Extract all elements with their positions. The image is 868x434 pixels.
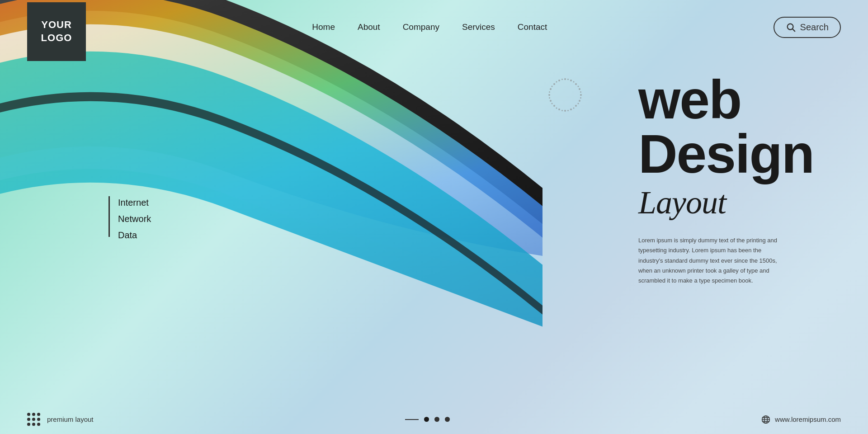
svg-point-31 [549, 91, 550, 93]
svg-point-22 [580, 91, 581, 93]
svg-point-17 [553, 83, 555, 85]
nav-line [405, 419, 419, 420]
svg-point-5 [575, 83, 577, 85]
svg-point-28 [556, 108, 557, 109]
left-content: Internet Network Data [108, 194, 151, 243]
svg-point-29 [552, 103, 553, 104]
logo-line2: LOGO [41, 32, 72, 45]
grid-dot [37, 413, 40, 416]
svg-point-8 [579, 100, 580, 102]
dotted-circle-decoration [547, 77, 583, 113]
svg-line-1 [793, 29, 795, 31]
svg-point-30 [549, 97, 550, 99]
svg-point-16 [550, 88, 552, 90]
svg-point-26 [567, 110, 569, 111]
nav-links: Home About Company Services Contact [312, 22, 547, 32]
nav-dot-1[interactable] [424, 417, 429, 422]
svg-point-20 [573, 81, 575, 83]
search-label: Search [800, 22, 829, 33]
hero-title-design: Design [638, 127, 814, 181]
svg-point-10 [570, 108, 572, 110]
logo-line1: YOUR [41, 19, 72, 32]
svg-point-15 [548, 94, 550, 96]
nav-about[interactable]: About [358, 22, 380, 32]
svg-point-18 [558, 80, 560, 81]
hero-title-web: web [638, 72, 814, 127]
hero-content: web Design Layout Lorem ipsum is simply … [638, 72, 814, 286]
grid-dot [32, 418, 35, 421]
grid-dot [32, 413, 35, 416]
premium-layout: premium layout [27, 413, 94, 426]
grid-dot [27, 418, 30, 421]
svg-point-24 [578, 103, 579, 104]
search-icon [786, 22, 796, 32]
grid-icon [27, 413, 40, 426]
svg-point-19 [567, 79, 569, 80]
svg-point-12 [558, 108, 560, 110]
dots-nav[interactable] [405, 417, 450, 422]
navbar: YOUR LOGO Home About Company Services Co… [0, 0, 868, 54]
svg-point-27 [561, 110, 563, 111]
nav-contact[interactable]: Contact [518, 22, 547, 32]
premium-label: premium layout [47, 415, 94, 423]
left-text-line2: Network [118, 211, 151, 227]
left-text: Internet Network Data [118, 194, 151, 243]
left-divider [108, 196, 110, 237]
left-text-line1: Internet [118, 194, 151, 211]
wave-svg [0, 0, 542, 434]
svg-point-6 [579, 88, 580, 90]
grid-dot [37, 423, 40, 426]
website-url: www.loremipsum.com [775, 415, 841, 423]
svg-point-23 [580, 97, 581, 99]
website-link[interactable]: www.loremipsum.com [761, 415, 841, 424]
svg-point-3 [564, 78, 566, 80]
svg-point-13 [553, 105, 555, 107]
nav-dot-2[interactable] [434, 417, 439, 422]
svg-point-32 [552, 86, 553, 87]
hero-body-text: Lorem ipsum is simply dummy text of the … [638, 236, 788, 285]
grid-dot [27, 423, 30, 426]
logo[interactable]: YOUR LOGO [27, 2, 86, 61]
svg-point-21 [578, 86, 579, 87]
svg-point-9 [575, 105, 577, 107]
grid-dot [32, 423, 35, 426]
grid-dot [37, 418, 40, 421]
svg-point-34 [561, 79, 563, 80]
hero-title-layout: Layout [638, 183, 814, 222]
svg-point-25 [573, 108, 575, 109]
globe-icon [761, 415, 770, 424]
svg-point-11 [564, 110, 566, 112]
svg-point-4 [570, 80, 572, 81]
nav-services[interactable]: Services [462, 22, 495, 32]
nav-company[interactable]: Company [403, 22, 439, 32]
svg-point-14 [550, 100, 552, 102]
grid-dot [27, 413, 30, 416]
bottom-bar: premium layout www.loremipsum.com [0, 405, 868, 434]
search-bar[interactable]: Search [774, 17, 841, 38]
nav-home[interactable]: Home [312, 22, 335, 32]
nav-dot-3[interactable] [445, 417, 450, 422]
svg-point-7 [580, 94, 582, 96]
left-text-line3: Data [118, 227, 151, 243]
svg-point-33 [556, 81, 557, 83]
